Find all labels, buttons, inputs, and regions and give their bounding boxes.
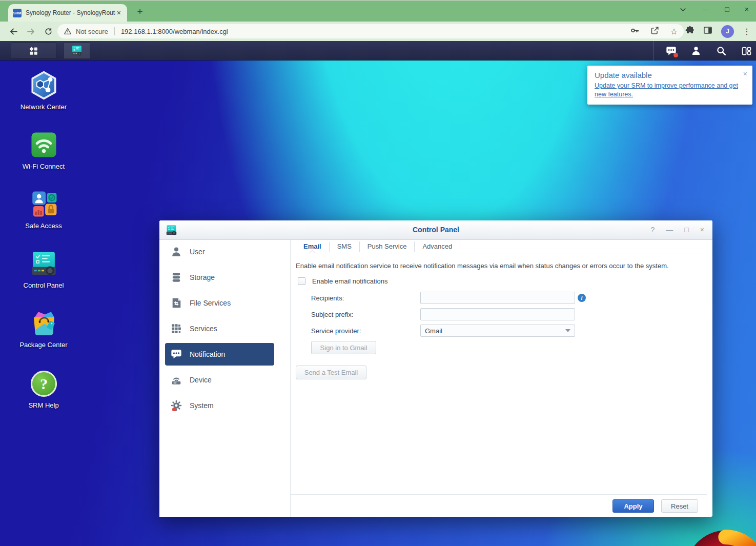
sidebar-item-device[interactable]: Device [165, 369, 274, 391]
main-menu-button[interactable] [11, 43, 56, 59]
update-srm-link[interactable]: Update your SRM to improve performance a… [595, 82, 741, 98]
file-services-icon [171, 297, 182, 309]
update-popup-close-icon[interactable]: × [743, 70, 747, 78]
control-panel-icon [29, 249, 58, 278]
sign-in-gmail-button[interactable]: Sign in to Gmail [311, 341, 376, 354]
tab-title: Synology Router - SynologyRoute [26, 9, 115, 16]
tab-push-service[interactable]: Push Service [360, 241, 415, 252]
recipients-label: Recipients: [311, 294, 344, 302]
desktop-icon-label: Wi-Fi Connect [15, 162, 72, 171]
tab-underline [291, 253, 707, 253]
sidebar-item-label: File Services [190, 299, 231, 307]
not-secure-warning-icon[interactable] [64, 27, 72, 35]
url-text: 192.168.1.1:8000/webman/index.cgi [121, 28, 228, 35]
srm-desktop: Network Center Wi-Fi Connect Safe Access… [0, 60, 756, 546]
desktop-icon-safe-access[interactable]: Safe Access [13, 190, 74, 231]
srm-help-icon [29, 369, 58, 398]
window-help-button[interactable]: ? [651, 226, 655, 234]
reset-button[interactable]: Reset [661, 499, 698, 513]
kitguru-logo [682, 526, 756, 546]
window-minimize-button[interactable]: — [666, 226, 673, 234]
service-provider-label: Service provider: [311, 327, 361, 335]
sidebar-item-services[interactable]: Services [165, 317, 274, 340]
enable-email-label: Enable email notifications [312, 277, 387, 285]
window-titlebar[interactable]: Control Panel ? — □ × [159, 220, 712, 240]
desktop-icon-wifi-connect[interactable]: Wi-Fi Connect [13, 130, 74, 171]
address-divider [114, 27, 115, 35]
service-provider-value: Gmail [425, 327, 442, 335]
update-available-popup: Update available Update your SRM to impr… [587, 66, 752, 105]
browser-profile-avatar[interactable]: J [721, 25, 734, 38]
pilot-view-icon[interactable] [741, 45, 752, 56]
desktop-icon-network-center[interactable]: Network Center [13, 71, 74, 112]
package-center-icon [29, 309, 58, 338]
sidebar-item-label: Notification [190, 350, 225, 358]
browser-menu-icon[interactable]: ⋮ [743, 27, 751, 36]
desktop-icon-label: Control Panel [15, 281, 72, 290]
side-panel-icon[interactable] [703, 26, 712, 37]
security-label: Not secure [76, 28, 108, 35]
tab-advanced[interactable]: Advanced [415, 241, 460, 252]
subject-prefix-input[interactable] [420, 308, 575, 320]
notification-chat-icon [171, 349, 182, 360]
enable-email-row: Enable email notifications [298, 277, 387, 285]
sidebar-item-system[interactable]: System [165, 394, 274, 417]
sidebar-item-user[interactable]: User [165, 240, 274, 263]
tab-sms[interactable]: SMS [330, 241, 360, 252]
notification-panel: Email SMS Push Service Advanced Enable e… [291, 240, 712, 517]
browser-close-button[interactable]: × [745, 5, 749, 13]
tab-bar: Email SMS Push Service Advanced [296, 240, 460, 253]
window-title: Control Panel [159, 226, 712, 234]
control-panel-window: Control Panel ? — □ × User [159, 220, 712, 517]
share-icon[interactable] [650, 26, 659, 36]
srm-favicon: SRM [13, 9, 22, 17]
user-icon [171, 246, 182, 257]
address-bar[interactable]: Not secure 192.168.1.1:8000/webman/index… [57, 24, 684, 38]
service-provider-select[interactable]: Gmail [420, 325, 575, 337]
back-button[interactable] [7, 25, 19, 37]
desktop-icon-control-panel[interactable]: Control Panel [13, 249, 74, 290]
subject-prefix-label: Subject prefix: [311, 311, 353, 318]
browser-maximize-button[interactable]: □ [725, 5, 729, 13]
search-icon[interactable] [716, 45, 727, 56]
sidebar-item-storage[interactable]: Storage [165, 266, 274, 289]
safe-access-icon [29, 190, 58, 219]
sidebar-item-label: Device [190, 376, 212, 384]
recipients-input[interactable] [420, 292, 575, 304]
sidebar-item-notification[interactable]: Notification [165, 343, 274, 366]
password-key-icon[interactable] [630, 26, 639, 36]
browser-minimize-button[interactable]: — [702, 5, 709, 13]
sidebar-item-label: User [190, 248, 205, 256]
taskbar-control-panel-button[interactable] [64, 43, 90, 59]
send-test-email-button[interactable]: Send a Test Email [296, 366, 366, 379]
select-caret-icon [565, 329, 570, 332]
sidebar-item-label: Storage [190, 273, 215, 281]
window-body: User Storage File Services Services [159, 240, 712, 517]
extensions-puzzle-icon[interactable] [685, 26, 694, 37]
screen: SRM Synology Router - SynologyRoute × + … [0, 0, 756, 546]
tab-close-icon[interactable]: × [115, 9, 122, 17]
browser-titlebar: SRM Synology Router - SynologyRoute × + … [0, 0, 756, 22]
user-options-icon[interactable] [690, 45, 702, 56]
browser-tab[interactable]: SRM Synology Router - SynologyRoute × [8, 4, 127, 22]
bookmark-star-icon[interactable]: ☆ [670, 27, 678, 36]
new-tab-button[interactable]: + [133, 5, 147, 18]
device-icon [171, 374, 182, 386]
browser-chevron-down-icon[interactable] [679, 6, 687, 13]
window-maximize-button[interactable]: □ [684, 226, 688, 234]
sidebar-item-file-services[interactable]: File Services [165, 292, 274, 314]
enable-email-checkbox[interactable] [298, 277, 305, 285]
email-description: Enable email notification service to rec… [296, 262, 700, 270]
reload-button[interactable] [42, 25, 54, 37]
recipients-info-icon[interactable]: i [578, 294, 586, 302]
srm-taskbar [0, 41, 756, 60]
forward-button[interactable] [25, 25, 37, 37]
desktop-icon-srm-help[interactable]: SRM Help [13, 369, 74, 410]
window-close-button[interactable]: × [700, 226, 704, 234]
notification-badge [673, 53, 678, 57]
sidebar-item-label: Services [190, 325, 217, 333]
apply-button[interactable]: Apply [612, 499, 654, 513]
notifications-icon[interactable] [665, 45, 677, 56]
desktop-icon-label: Package Center [15, 340, 72, 350]
desktop-icon-package-center[interactable]: Package Center [13, 309, 74, 350]
